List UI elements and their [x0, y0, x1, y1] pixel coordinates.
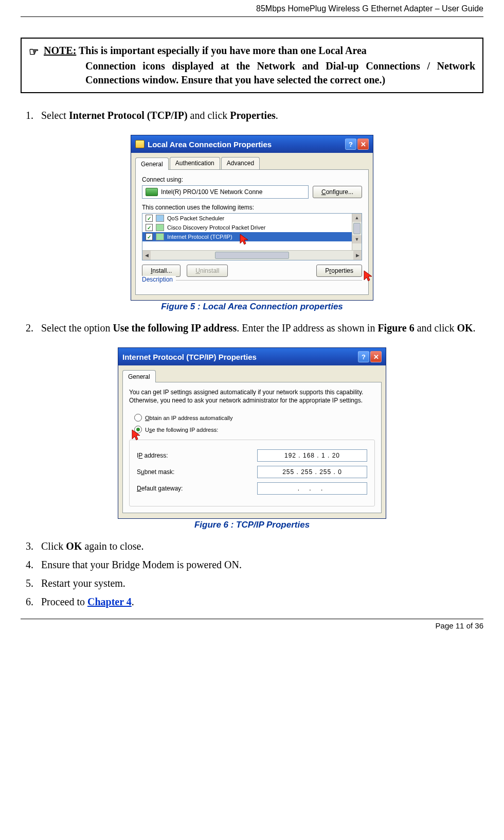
step-3: Click OK again to close.	[36, 539, 483, 553]
list-item-tcpip[interactable]: ✓ Internet Protocol (TCP/IP)	[142, 232, 352, 241]
doc-header: 85Mbps HomePlug Wireless G Ethernet Adap…	[21, 0, 483, 13]
checkbox-icon[interactable]: ✓	[146, 224, 153, 231]
step-2-text-4: .	[473, 322, 476, 334]
window-title: Internet Protocol (TCP/IP) Properties	[122, 353, 257, 361]
ip-address-label: IP address:	[137, 452, 257, 459]
step-2-bold-1: Use the following IP address	[113, 322, 237, 334]
tab-general[interactable]: General	[122, 370, 156, 382]
step-4: Ensure that your Bridge Modem is powered…	[36, 558, 483, 571]
step-1-text-2: and click	[188, 110, 230, 121]
protocol-icon	[156, 224, 164, 231]
ip-address-row: IP address: 192 . 168 . 1 . 20	[137, 449, 367, 462]
radio-icon[interactable]	[134, 414, 142, 422]
step-3-text: Click	[41, 540, 66, 552]
step-2-bold-2: Figure 6	[377, 322, 414, 334]
step-6-text-2: .	[132, 596, 134, 607]
uninstall-button[interactable]: Uninstall	[187, 265, 228, 277]
info-paragraph: You can get IP settings assigned automat…	[129, 389, 375, 405]
radio-auto-row[interactable]: Obtain an IP address automatically	[129, 412, 375, 424]
note-label: NOTE:	[44, 45, 76, 56]
vertical-scrollbar[interactable]: ▲ ▼	[352, 214, 362, 251]
radio-icon[interactable]	[134, 426, 142, 433]
step-2-text-2: . Enter the IP address as shown in	[237, 322, 377, 334]
note-text-rest: Connection icons displayed at the Networ…	[29, 59, 475, 87]
checkbox-icon[interactable]: ✓	[146, 215, 153, 222]
figure-5: Local Area Connection Properties ? ✕ Gen…	[21, 135, 483, 312]
tabstrip: General	[118, 365, 386, 382]
gateway-input[interactable]: . . .	[257, 482, 367, 495]
window-title: Local Area Connection Properties	[148, 140, 272, 149]
protocol-icon	[156, 233, 164, 240]
checkbox-icon[interactable]: ✓	[146, 233, 153, 240]
header-rule	[21, 16, 483, 17]
radio-manual-row[interactable]: Use the following IP address:	[129, 424, 375, 435]
components-listbox[interactable]: ✓ QoS Packet Scheduler ✓ Cisco Discovery…	[142, 213, 362, 260]
step-1-bold-1: Internet Protocol (TCP/IP)	[69, 110, 188, 121]
connect-using-label: Connect using:	[142, 176, 362, 183]
scroll-thumb[interactable]	[215, 252, 289, 259]
scroll-down-icon[interactable]: ▼	[352, 235, 362, 243]
install-button[interactable]: Install...	[142, 265, 181, 277]
lan-properties-window: Local Area Connection Properties ? ✕ Gen…	[131, 135, 373, 301]
page-footer: Page 11 of 36	[21, 621, 483, 634]
adapter-name: Intel(R) PRO/100 VE Network Conne	[161, 188, 262, 196]
scroll-right-icon[interactable]: ▶	[353, 251, 362, 260]
ip-settings-group: IP address: 192 . 168 . 1 . 20 Subnet ma…	[129, 440, 375, 506]
pointing-hand-icon: ☞	[29, 44, 39, 60]
list-item-label: QoS Packet Scheduler	[167, 215, 224, 221]
tabstrip: General Authentication Advanced	[131, 153, 373, 169]
panel-general: You can get IP settings assigned automat…	[122, 382, 382, 513]
step-1-bold-2: Properties	[230, 110, 276, 121]
titlebar: Internet Protocol (TCP/IP) Properties ? …	[118, 348, 386, 365]
tab-authentication[interactable]: Authentication	[170, 157, 220, 169]
properties-button[interactable]: Properties	[316, 265, 362, 277]
scroll-thumb[interactable]	[353, 223, 361, 234]
radio-auto-label: Obtain an IP address automatically	[145, 415, 232, 421]
list-item-cisco[interactable]: ✓ Cisco Discovery Protocol Packet Driver	[142, 223, 352, 232]
configure-button[interactable]: Configure...	[313, 186, 362, 198]
description-group: Description	[142, 280, 362, 288]
nic-icon	[146, 188, 158, 196]
radio-manual-label: Use the following IP address:	[145, 427, 218, 433]
scroll-left-icon[interactable]: ◀	[142, 251, 151, 260]
close-button[interactable]: ✕	[370, 351, 382, 362]
subnet-row: Subnet mask: 255 . 255 . 255 . 0	[137, 466, 367, 478]
figure-6: Internet Protocol (TCP/IP) Properties ? …	[21, 347, 483, 530]
uses-items-label: This connection uses the following items…	[142, 204, 362, 211]
step-2-text: Select the option	[41, 322, 113, 334]
close-button[interactable]: ✕	[357, 138, 369, 150]
description-label: Description	[142, 276, 176, 283]
adapter-field: Intel(R) PRO/100 VE Network Conne	[142, 185, 309, 199]
note-text-line1: This is important especially if you have…	[79, 45, 367, 56]
help-button[interactable]: ?	[358, 351, 369, 362]
service-icon	[156, 215, 164, 222]
chapter-4-link[interactable]: Chapter 4	[87, 596, 132, 607]
step-6-text: Proceed to	[41, 596, 87, 607]
gateway-label: Default gateway:	[137, 485, 257, 492]
step-3-bold: OK	[66, 540, 82, 552]
step-1: Select Internet Protocol (TCP/IP) and cl…	[36, 109, 483, 122]
step-6: Proceed to Chapter 4.	[36, 595, 483, 608]
horizontal-scrollbar[interactable]: ◀ ▶	[142, 250, 362, 260]
ip-address-input[interactable]: 192 . 168 . 1 . 20	[257, 449, 367, 462]
list-item-qos[interactable]: ✓ QoS Packet Scheduler	[142, 214, 352, 223]
window-app-icon	[135, 140, 145, 148]
help-button[interactable]: ?	[345, 138, 356, 150]
step-1-text-3: .	[276, 110, 278, 121]
footer-rule	[21, 619, 483, 619]
step-2-bold-3: OK	[457, 322, 473, 334]
list-item-label: Internet Protocol (TCP/IP)	[167, 234, 232, 240]
scroll-up-icon[interactable]: ▲	[352, 214, 362, 222]
gateway-row: Default gateway: . . .	[137, 482, 367, 495]
titlebar: Local Area Connection Properties ? ✕	[131, 135, 373, 153]
tab-general[interactable]: General	[135, 157, 169, 170]
figure-5-caption: Figure 5 : Local Area Connection propert…	[21, 302, 483, 312]
panel-general: Connect using: Intel(R) PRO/100 VE Netwo…	[135, 169, 369, 295]
step-2-text-3: and click	[415, 322, 457, 334]
tab-advanced[interactable]: Advanced	[221, 157, 260, 169]
step-3-text-2: again to close.	[82, 540, 143, 552]
figure-6-caption: Figure 6 : TCP/IP Properties	[21, 520, 483, 530]
subnet-input[interactable]: 255 . 255 . 255 . 0	[257, 466, 367, 478]
step-1-text: Select	[41, 110, 69, 121]
tcpip-properties-window: Internet Protocol (TCP/IP) Properties ? …	[118, 347, 386, 519]
